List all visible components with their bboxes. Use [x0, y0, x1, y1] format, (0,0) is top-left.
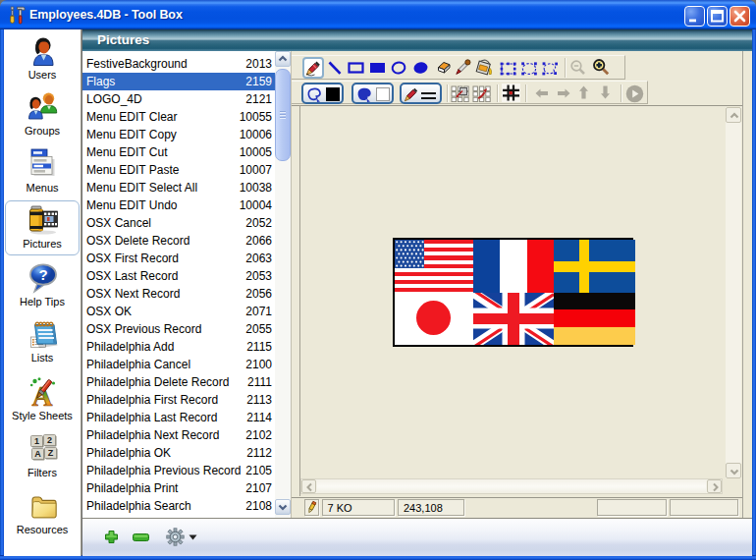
svg-text:A: A — [34, 449, 41, 459]
svg-text:1: 1 — [34, 436, 39, 446]
svg-text:2: 2 — [47, 435, 52, 445]
svg-text:Z: Z — [48, 448, 54, 458]
svg-text:?: ? — [38, 266, 47, 283]
